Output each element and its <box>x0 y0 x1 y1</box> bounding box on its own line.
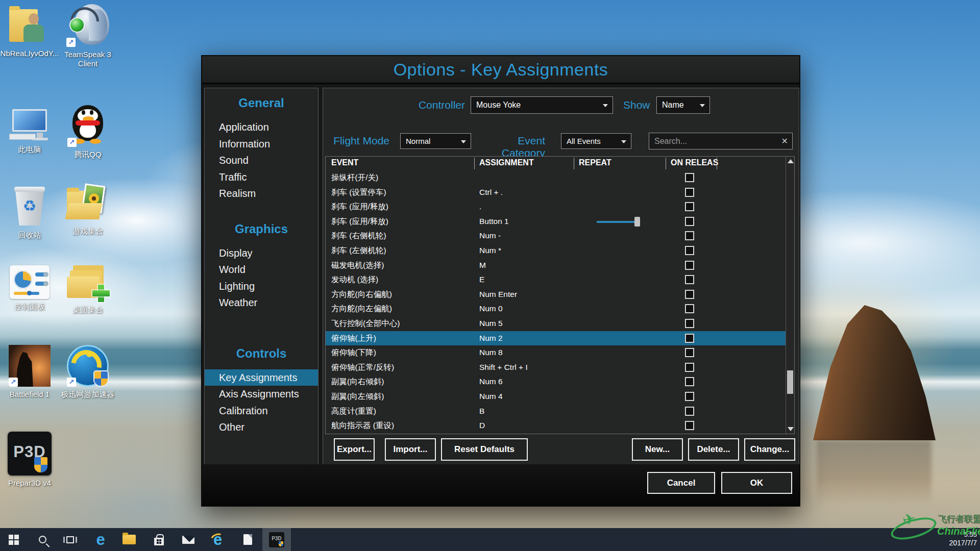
table-row[interactable]: 磁发电机(选择)M <box>326 258 786 273</box>
store-button[interactable] <box>147 528 170 551</box>
desktop-icon-games-folder[interactable]: 游戏集合 <box>58 185 117 236</box>
flight-mode-dropdown[interactable]: Normal <box>400 133 471 149</box>
dialog-main-panel: Controller Mouse Yoke Show Name Flight M… <box>323 88 799 465</box>
scrollbar-down-icon[interactable] <box>788 427 794 431</box>
show-dropdown[interactable]: Name <box>656 96 710 114</box>
on-release-checkbox[interactable] <box>685 421 694 430</box>
import-button[interactable]: Import... <box>385 438 436 461</box>
sidebar-item-lighting[interactable]: Lighting <box>205 278 318 295</box>
on-release-checkbox[interactable] <box>685 363 694 372</box>
on-release-checkbox[interactable] <box>685 290 694 299</box>
table-row[interactable]: 操纵杆(开/关) <box>326 170 786 185</box>
scrollbar-up-icon[interactable] <box>788 159 794 163</box>
sidebar-item-information[interactable]: Information <box>205 136 318 153</box>
mail-button[interactable] <box>177 528 200 551</box>
shortcut-arrow-icon: ↗ <box>66 38 76 47</box>
on-release-checkbox[interactable] <box>685 231 694 240</box>
desktop-icon-control-panel[interactable]: 控制面板 <box>0 265 59 311</box>
search-box: ✕ <box>649 133 793 149</box>
sidebar-item-display[interactable]: Display <box>205 245 318 262</box>
prepar3d-taskbar-button[interactable]: P3D <box>262 528 291 551</box>
table-row[interactable]: 飞行控制(全部中心)Num 5 <box>326 316 786 331</box>
on-release-checkbox[interactable] <box>685 392 694 401</box>
slider-track[interactable] <box>597 221 636 223</box>
notepad-button[interactable] <box>236 528 259 551</box>
table-row[interactable]: 俯仰轴(正常/反转)Shift + Ctrl + I <box>326 360 786 375</box>
table-row[interactable]: 副翼(向左倾斜)Num 4 <box>326 389 786 404</box>
ok-button[interactable]: OK <box>721 472 792 494</box>
chevron-down-icon <box>461 140 466 143</box>
on-release-checkbox[interactable] <box>685 334 694 343</box>
search-input[interactable] <box>653 134 776 148</box>
sidebar-item-sound[interactable]: Sound <box>205 152 318 169</box>
show-label: Show <box>623 99 650 111</box>
sidebar-item-application[interactable]: Application <box>205 119 318 136</box>
delete-button[interactable]: Delete... <box>688 438 739 461</box>
change-button[interactable]: Change... <box>744 438 795 461</box>
table-row[interactable]: 发动机 (选择)E <box>326 272 786 287</box>
table-row[interactable]: 刹车 (右侧机轮)Num - <box>326 229 786 243</box>
desktop-icon-battlefield-1[interactable]: ↗ Battlefield 1 <box>0 345 59 399</box>
on-release-checkbox[interactable] <box>685 261 694 270</box>
on-release-checkbox[interactable] <box>685 202 694 211</box>
desktop-icon-user-folder[interactable]: NbReaLIyvOdY... <box>0 6 59 58</box>
on-release-checkbox[interactable] <box>685 246 694 255</box>
taskbar-clock[interactable]: 5:55 2017/7/7 <box>945 531 977 547</box>
on-release-checkbox[interactable] <box>685 217 694 226</box>
desktop-icon-recycle-bin[interactable]: ♻ 回收站 <box>0 186 59 240</box>
sidebar-item-weather[interactable]: Weather <box>205 294 318 311</box>
task-view-button[interactable] <box>58 528 82 551</box>
taskbar-search-button[interactable] <box>31 528 54 551</box>
desktop-icon-prepar3d[interactable]: P3D Prepar3D v4 <box>0 432 59 488</box>
desktop-icon-teamspeak[interactable]: ↗ TeamSpeak 3 Client <box>58 4 117 68</box>
table-row[interactable]: 刹车 (左侧机轮)Num * <box>326 243 786 258</box>
table-row[interactable]: 俯仰轴(下降)Num 8 <box>326 345 786 360</box>
event-cell: 高度计(重置) <box>331 404 473 419</box>
file-explorer-button[interactable] <box>117 528 141 551</box>
desktop-icon-this-pc[interactable]: 此电脑 <box>0 109 59 154</box>
on-release-checkbox[interactable] <box>685 275 694 284</box>
sidebar-item-realism[interactable]: Realism <box>205 185 318 202</box>
on-release-checkbox[interactable] <box>685 188 694 197</box>
table-row[interactable]: 副翼(向右倾斜)Num 6 <box>326 374 786 389</box>
desktop-icon-net-accelerator[interactable]: ↗ 极迅网游加速器 <box>58 345 117 399</box>
table-row[interactable]: 航向指示器 (重设)D <box>326 418 786 433</box>
table-row[interactable]: 方向舵(向右偏航)Num Enter <box>326 287 786 302</box>
column-header-event: EVENT <box>331 158 358 167</box>
internet-explorer-button[interactable]: e <box>206 528 230 551</box>
on-release-checkbox[interactable] <box>685 377 694 386</box>
sidebar-item-axis-assignments[interactable]: Axis Assignments <box>205 386 318 403</box>
slider-handle[interactable] <box>634 217 640 227</box>
sidebar-item-calibration[interactable]: Calibration <box>205 403 318 419</box>
sidebar-item-world[interactable]: World <box>205 261 318 278</box>
sidebar-item-other[interactable]: Other <box>205 419 318 436</box>
table-row[interactable]: 刹车 (应用/释放)Button 1 <box>326 214 786 229</box>
scrollbar-thumb[interactable] <box>787 370 793 394</box>
search-clear-icon[interactable]: ✕ <box>781 136 788 146</box>
on-release-checkbox[interactable] <box>685 304 694 313</box>
table-row[interactable]: 高度计(重置)B <box>326 404 786 419</box>
desktop-icon-desktop-folder[interactable]: 桌面集合 <box>58 265 117 314</box>
repeat-slider[interactable] <box>597 214 643 229</box>
new-button[interactable]: New... <box>632 438 683 461</box>
table-row[interactable]: 刹车 (应用/释放). <box>326 199 786 214</box>
event-category-dropdown[interactable]: All Events <box>561 133 631 149</box>
desktop-icon-qq[interactable]: ↗ 腾讯QQ <box>58 105 117 159</box>
sidebar-item-key-assignments[interactable]: Key Assignments <box>205 369 318 386</box>
export-button[interactable]: Export... <box>334 438 375 461</box>
reset-defaults-button[interactable]: Reset Defaults <box>441 438 528 461</box>
table-scrollbar[interactable] <box>786 157 794 434</box>
table-row[interactable]: 刹车 (设置停车)Ctrl + . <box>326 185 786 200</box>
controller-dropdown[interactable]: Mouse Yoke <box>471 96 613 114</box>
cancel-button[interactable]: Cancel <box>647 472 715 494</box>
on-release-checkbox[interactable] <box>685 173 694 182</box>
table-row[interactable]: 俯仰轴(上升)Num 2 <box>326 331 786 346</box>
on-release-checkbox[interactable] <box>685 407 694 416</box>
desktop-icon-label: 此电脑 <box>0 145 59 154</box>
edge-button[interactable]: e <box>89 528 112 551</box>
start-button[interactable] <box>2 528 26 551</box>
sidebar-item-traffic[interactable]: Traffic <box>205 169 318 186</box>
table-row[interactable]: 方向舵(向左偏航)Num 0 <box>326 302 786 316</box>
on-release-checkbox[interactable] <box>685 319 694 328</box>
on-release-checkbox[interactable] <box>685 348 694 357</box>
